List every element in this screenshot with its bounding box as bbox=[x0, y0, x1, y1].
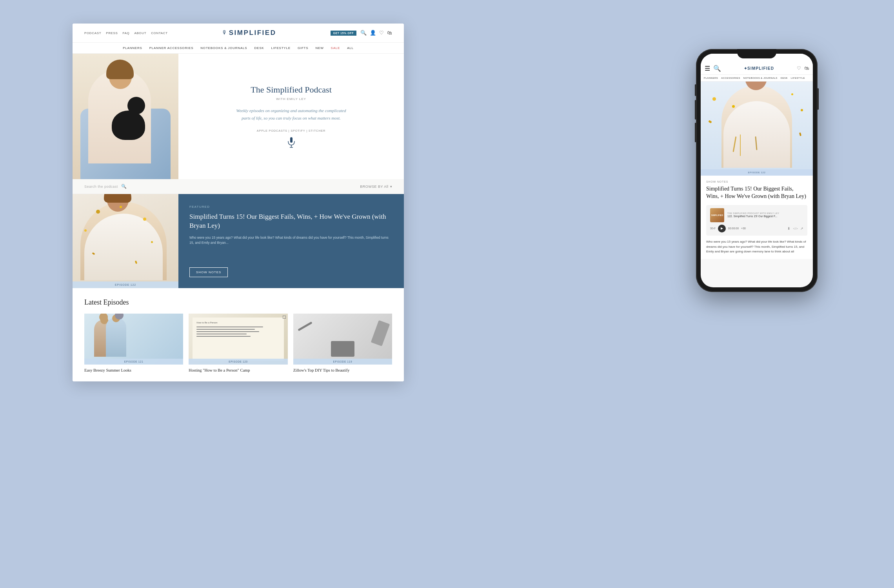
desktop-website-card: PODCAST PRESS FAQ ABOUT CONTACT 🎙 SIMPLI… bbox=[73, 24, 404, 381]
hamburger-icon[interactable]: ☰ bbox=[705, 65, 710, 72]
nav-icons: 🔍 👤 ♡ 🛍 bbox=[360, 30, 392, 36]
download-icon[interactable]: ⬇ bbox=[787, 227, 790, 230]
phone-notes-section: SHOW NOTES Simplified Turns 15! Our Bigg… bbox=[701, 176, 813, 259]
episode-card-119[interactable]: EPISODE 119 Zillow's Top DIY Tips to Bea… bbox=[293, 314, 392, 374]
latest-episodes-section: Latest Episodes EPISODE 121 Easy Breezy … bbox=[73, 288, 404, 381]
nav-notebooks[interactable]: NOTEBOOKS & JOURNALS bbox=[200, 46, 247, 50]
phone-nav-lifestyle[interactable]: LIFESTYLE bbox=[791, 77, 805, 79]
nav-all[interactable]: ALL bbox=[347, 46, 354, 50]
platform-links: APPLE PODCASTS | SPOTIFY | STITCHER bbox=[257, 129, 325, 132]
ep121-title: Easy Breezy Summer Looks bbox=[84, 368, 183, 374]
nav-gifts[interactable]: GIFTS bbox=[298, 46, 309, 50]
phone-screen: ☰ 🔍 ✦SIMPLIFIED ♡ 🛍 PLANNERS ACCESSORIES… bbox=[701, 54, 813, 287]
nav-planners[interactable]: PLANNERS bbox=[123, 46, 142, 50]
search-bar: Search the podcast 🔍 BROWSE BY All ▾ bbox=[73, 179, 404, 194]
play-button[interactable]: ▶ bbox=[718, 225, 726, 232]
site-logo[interactable]: 🎙 SIMPLIFIED bbox=[222, 29, 276, 37]
phone-logo: ✦SIMPLIFIED bbox=[744, 66, 774, 71]
browse-by[interactable]: BROWSE BY All ▾ bbox=[360, 185, 392, 189]
ep120-badge: EPISODE 120 bbox=[189, 359, 287, 365]
audio-info: THE SIMPLIFIED PODCAST WITH EMILY LEY 12… bbox=[727, 212, 803, 218]
top-navigation: PODCAST PRESS FAQ ABOUT CONTACT 🎙 SIMPLI… bbox=[73, 24, 404, 43]
mobile-phone: ☰ 🔍 ✦SIMPLIFIED ♡ 🛍 PLANNERS ACCESSORIES… bbox=[696, 49, 818, 292]
ep120-title: Hosting "How to Be a Person" Camp bbox=[189, 368, 287, 374]
main-navigation: PLANNERS PLANNER ACCESSORIES NOTEBOOKS &… bbox=[73, 43, 404, 54]
phone-main-nav: PLANNERS ACCESSORIES NOTEBOOKS & JOURNAL… bbox=[701, 75, 813, 82]
phone-nav-notebooks[interactable]: NOTEBOOKS & JOURNALS bbox=[743, 77, 778, 79]
mic-icon: 🎙 bbox=[222, 30, 227, 36]
ep119-badge: EPISODE 119 bbox=[293, 359, 392, 365]
faq-link[interactable]: FAQ bbox=[122, 31, 129, 35]
featured-title: Simplified Turns 15! Our Biggest Fails, … bbox=[189, 212, 393, 230]
featured-description: Who were you 15 years ago? What did your… bbox=[189, 235, 393, 246]
top-nav-right: GET 15% OFF 🔍 👤 ♡ 🛍 bbox=[331, 30, 392, 36]
phone-cart-icon[interactable]: 🛍 bbox=[804, 65, 809, 71]
wishlist-icon[interactable]: ♡ bbox=[379, 30, 384, 36]
nav-new[interactable]: NEW bbox=[315, 46, 323, 50]
phone-episode-title: Simplified Turns 15! Our Biggest Fails, … bbox=[706, 185, 807, 200]
account-icon[interactable]: 👤 bbox=[370, 30, 376, 36]
svg-rect-0 bbox=[290, 137, 293, 143]
embed-icon[interactable]: </> bbox=[793, 227, 798, 230]
phone-volume-button-2 bbox=[695, 100, 696, 120]
phone-outer: ☰ 🔍 ✦SIMPLIFIED ♡ 🛍 PLANNERS ACCESSORIES… bbox=[696, 49, 818, 292]
show-notes-button[interactable]: SHOW NOTES bbox=[189, 267, 228, 277]
share-icon[interactable]: ↗ bbox=[800, 227, 803, 230]
search-icon[interactable]: 🔍 bbox=[360, 30, 367, 36]
phone-nav-planners[interactable]: PLANNERS bbox=[704, 77, 718, 79]
featured-episode-image: EPISODE 122 bbox=[73, 194, 178, 288]
logo-text: SIMPLIFIED bbox=[229, 29, 276, 37]
nav-accessories[interactable]: PLANNER ACCESSORIES bbox=[149, 46, 194, 50]
hero-content: The Simplified Podcast WITH EMILY LEY We… bbox=[178, 54, 404, 179]
featured-label: FEATURED bbox=[189, 205, 393, 209]
discount-badge[interactable]: GET 15% OFF bbox=[331, 31, 356, 36]
phone-wishlist-icon[interactable]: ♡ bbox=[797, 65, 801, 71]
nav-desk[interactable]: DESK bbox=[254, 46, 264, 50]
search-icon[interactable]: 🔍 bbox=[121, 184, 127, 189]
episode-thumb-119: EPISODE 119 bbox=[293, 314, 392, 365]
rewind-button[interactable]: 30↺ bbox=[710, 227, 716, 230]
phone-episode-description: Who were you 15 years ago? What did your… bbox=[706, 240, 807, 254]
episode-card-120[interactable]: How to Be a Person EPISODE 120 Hosting "… bbox=[189, 314, 287, 374]
search-input-area[interactable]: Search the podcast 🔍 bbox=[84, 184, 127, 189]
phone-show-notes-label: SHOW NOTES bbox=[706, 180, 807, 183]
episode-thumb-120: How to Be a Person EPISODE 120 bbox=[189, 314, 287, 365]
episode-badge: EPISODE 122 bbox=[73, 281, 178, 288]
press-link[interactable]: PRESS bbox=[106, 31, 118, 35]
podcast-link[interactable]: PODCAST bbox=[84, 31, 101, 35]
audio-thumbnail: SIMPLIFIED bbox=[710, 208, 724, 222]
audio-episode-name: 122. Simplified Turns 15! Our Biggest F.… bbox=[727, 214, 803, 218]
contact-link[interactable]: CONTACT bbox=[151, 31, 168, 35]
featured-content: FEATURED Simplified Turns 15! Our Bigges… bbox=[178, 194, 404, 288]
podcast-author: WITH EMILY LEY bbox=[276, 97, 306, 101]
podcast-description: Weekly episodes on organizing and automa… bbox=[236, 107, 346, 122]
phone-search-icon[interactable]: 🔍 bbox=[713, 65, 721, 72]
audio-player: SIMPLIFIED THE SIMPLIFIED PODCAST WITH E… bbox=[706, 205, 807, 236]
phone-volume-button-1 bbox=[695, 84, 696, 96]
audio-thumb-text: SIMPLIFIED bbox=[711, 214, 723, 216]
nav-lifestyle[interactable]: LIFESTYLE bbox=[271, 46, 290, 50]
audio-time: 00:00:00 bbox=[728, 227, 739, 230]
forward-button[interactable]: +30 bbox=[741, 227, 746, 230]
ep121-badge: EPISODE 121 bbox=[84, 359, 183, 365]
phone-volume-button-3 bbox=[695, 123, 696, 142]
about-link[interactable]: ABOUT bbox=[134, 31, 146, 35]
episode-card-121[interactable]: EPISODE 121 Easy Breezy Summer Looks bbox=[84, 314, 183, 374]
phone-nav-left: ☰ 🔍 bbox=[705, 65, 721, 72]
phone-nav-desk[interactable]: DESK bbox=[781, 77, 788, 79]
phone-episode-badge: EPISODE 122 bbox=[701, 169, 813, 176]
featured-section: EPISODE 122 FEATURED Simplified Turns 15… bbox=[73, 194, 404, 288]
chevron-down-icon: ▾ bbox=[390, 185, 392, 189]
latest-episodes-title: Latest Episodes bbox=[84, 298, 392, 307]
phone-notch bbox=[737, 49, 776, 58]
audio-controls: 30↺ ▶ 00:00:00 +30 ⬇ </> ↗ bbox=[710, 224, 803, 232]
phone-side-button bbox=[817, 88, 819, 110]
mic-logo-decoration bbox=[287, 137, 296, 148]
phone-nav-accessories[interactable]: ACCESSORIES bbox=[721, 77, 740, 79]
audio-player-top: SIMPLIFIED THE SIMPLIFIED PODCAST WITH E… bbox=[710, 208, 803, 222]
nav-sale[interactable]: SALE bbox=[331, 46, 340, 50]
cart-icon[interactable]: 🛍 bbox=[387, 30, 392, 36]
episodes-grid: EPISODE 121 Easy Breezy Summer Looks How… bbox=[84, 314, 392, 374]
ep119-title: Zillow's Top DIY Tips to Beautify bbox=[293, 368, 392, 374]
podcast-title: The Simplified Podcast bbox=[251, 85, 332, 95]
